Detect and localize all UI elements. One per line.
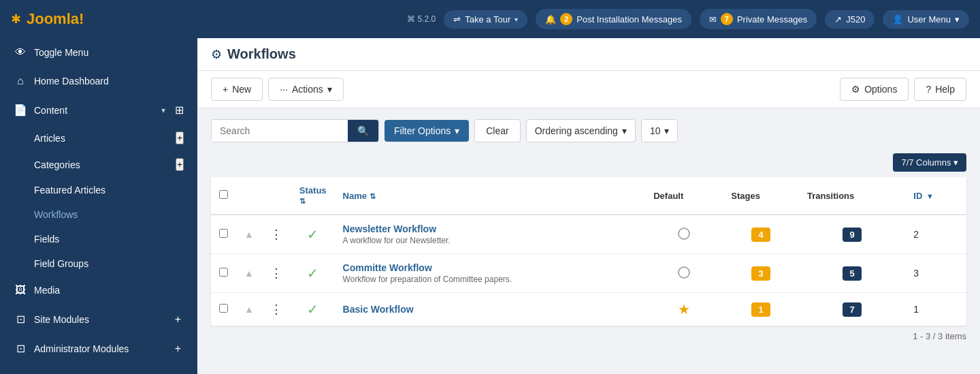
sidebar-item-home[interactable]: ⌂ Home Dashboard — [0, 67, 197, 95]
help-button[interactable]: ? Help — [914, 78, 966, 101]
sidebar-content-label: Content — [34, 105, 154, 116]
page-title: Workflows — [227, 46, 296, 62]
sidebar-item-admin-modules[interactable]: ⊡ Administrator Modules + — [0, 334, 197, 363]
private-messages-button[interactable]: ✉ 7 Private Messages — [700, 9, 817, 29]
site-button[interactable]: ↗ J520 — [825, 10, 875, 29]
sidebar-item-content[interactable]: 📄 Content ▾ ⊞ — [0, 95, 197, 125]
take-tour-button[interactable]: ⇌ Take a Tour ▾ — [444, 10, 527, 29]
table-row: ▲ ⋮ ✓ Committe Workflow Workflow for pre… — [211, 254, 966, 293]
search-wrapper: 🔍 — [211, 119, 379, 142]
row-menu-icon[interactable]: ⋮ — [270, 302, 283, 316]
filter-options-button[interactable]: Filter Options ▾ — [385, 120, 469, 142]
joomla-star-icon: ✱ — [11, 12, 21, 27]
sidebar-item-categories[interactable]: Categories + — [0, 151, 197, 178]
row-menu-icon[interactable]: ⋮ — [270, 266, 283, 280]
user-menu-button[interactable]: 👤 User Menu ▾ — [883, 10, 969, 29]
page-header: ⚙ Workflows — [197, 38, 980, 71]
workflow-description: A workflow for our Newsletter. — [343, 236, 638, 245]
help-button-label: Help — [935, 84, 955, 95]
status-published-icon[interactable]: ✓ — [307, 266, 318, 281]
workflows-table: Status ⇅ Name ⇅ Default Stages — [211, 177, 966, 326]
stages-badge: 4 — [751, 228, 770, 242]
drag-handle-icon[interactable]: ▲ — [244, 229, 254, 240]
col-status[interactable]: Status ⇅ — [291, 177, 335, 215]
workflows-page-icon: ⚙ — [211, 47, 222, 62]
sidebar-item-workflows[interactable]: Workflows — [0, 202, 197, 227]
select-all-checkbox[interactable] — [219, 190, 228, 199]
new-button-label: New — [232, 84, 251, 95]
version-badge: ⌘ 5.2.0 — [407, 14, 436, 24]
logo-area: ✱ Joomla! — [11, 10, 84, 28]
ordering-label: Ordering ascending — [535, 125, 618, 136]
row-menu-icon[interactable]: ⋮ — [270, 228, 283, 241]
status-sort-icon: ⇅ — [299, 197, 306, 205]
site-label: J520 — [846, 14, 865, 25]
articles-add-button[interactable]: + — [176, 131, 184, 144]
col-transitions: Transitions — [799, 177, 905, 215]
sidebar-home-label: Home Dashboard — [34, 76, 184, 87]
tour-icon: ⇌ — [453, 14, 461, 25]
row-id: 2 — [905, 215, 966, 254]
sidebar-item-fields[interactable]: Fields — [0, 227, 197, 251]
drag-handle-icon[interactable]: ▲ — [244, 268, 254, 279]
transitions-badge: 9 — [843, 228, 862, 242]
post-install-messages-button[interactable]: 🔔 2 Post Installation Messages — [536, 9, 691, 29]
workflow-name-link[interactable]: Newsletter Workflow — [343, 223, 436, 234]
ordering-chevron-icon: ▾ — [622, 125, 627, 136]
workflow-name-link[interactable]: Basic Workflow — [343, 304, 414, 315]
row-checkbox[interactable] — [219, 268, 228, 277]
private-msg-label: Private Messages — [737, 14, 807, 25]
sidebar-item-field-groups[interactable]: Field Groups — [0, 251, 197, 276]
row-checkbox[interactable] — [219, 304, 228, 313]
stages-badge: 1 — [751, 302, 770, 317]
columns-button[interactable]: 7/7 Columns ▾ — [893, 153, 966, 172]
search-input[interactable] — [212, 120, 348, 142]
search-button[interactable]: 🔍 — [348, 120, 378, 142]
default-star-icon[interactable]: ★ — [678, 302, 690, 317]
categories-add-button[interactable]: + — [176, 158, 184, 171]
actions-button-label: Actions — [292, 84, 323, 95]
col-id[interactable]: ID ▼ — [905, 177, 966, 215]
status-published-icon[interactable]: ✓ — [307, 227, 318, 242]
col-default: Default — [645, 177, 723, 215]
sidebar-media-label: Media — [34, 285, 184, 296]
sidebar-categories-label: Categories — [34, 159, 80, 170]
per-page-value: 10 — [650, 125, 661, 136]
row-checkbox[interactable] — [219, 229, 228, 238]
site-modules-add-button[interactable]: + — [172, 313, 184, 326]
workflow-name-link[interactable]: Committe Workflow — [343, 262, 432, 273]
sidebar-item-site-modules[interactable]: ⊡ Site Modules + — [0, 305, 197, 334]
default-radio[interactable] — [678, 228, 690, 240]
sidebar-item-featured-articles[interactable]: Featured Articles — [0, 178, 197, 202]
ordering-select[interactable]: Ordering ascending ▾ — [526, 119, 636, 142]
admin-modules-icon: ⊡ — [14, 342, 27, 355]
status-published-icon[interactable]: ✓ — [307, 302, 318, 317]
sidebar-item-media[interactable]: 🖼 Media — [0, 276, 197, 305]
table-row: ▲ ⋮ ✓ Newsletter Workflow A workflow for… — [211, 215, 966, 254]
table-row: ▲ ⋮ ✓ Basic Workflow ★ 1 7 1 — [211, 293, 966, 326]
logo-text: Joomla! — [27, 10, 84, 28]
drag-handle-icon[interactable]: ▲ — [244, 304, 254, 315]
actions-button[interactable]: ··· Actions ▾ — [268, 78, 344, 101]
sidebar-workflows-label: Workflows — [34, 209, 78, 220]
new-button[interactable]: + New — [211, 78, 263, 101]
col-name[interactable]: Name ⇅ — [335, 177, 646, 215]
pagination-info: 1 - 3 / 3 items — [211, 326, 966, 347]
per-page-select[interactable]: 10 ▾ — [641, 119, 679, 142]
columns-label: 7/7 Columns ▾ — [901, 157, 958, 168]
plus-icon: + — [223, 84, 228, 95]
transitions-badge: 7 — [843, 302, 862, 317]
admin-modules-add-button[interactable]: + — [172, 343, 184, 355]
external-link-icon: ↗ — [834, 14, 842, 25]
content-icon: 📄 — [14, 104, 27, 116]
top-navigation: ✱ Joomla! ⌘ 5.2.0 ⇌ Take a Tour ▾ 🔔 2 Po… — [0, 0, 980, 38]
sidebar-toggle-menu[interactable]: 👁 Toggle Menu — [0, 38, 197, 67]
sidebar-item-articles[interactable]: Articles + — [0, 125, 197, 151]
modules-icon: ⊡ — [14, 313, 27, 326]
sidebar-site-modules-label: Site Modules — [34, 314, 165, 325]
search-icon: 🔍 — [357, 125, 369, 136]
default-radio[interactable] — [678, 266, 690, 279]
options-button[interactable]: ⚙ Options — [840, 78, 909, 101]
col-default-label: Default — [653, 191, 683, 201]
clear-button[interactable]: Clear — [474, 119, 520, 142]
